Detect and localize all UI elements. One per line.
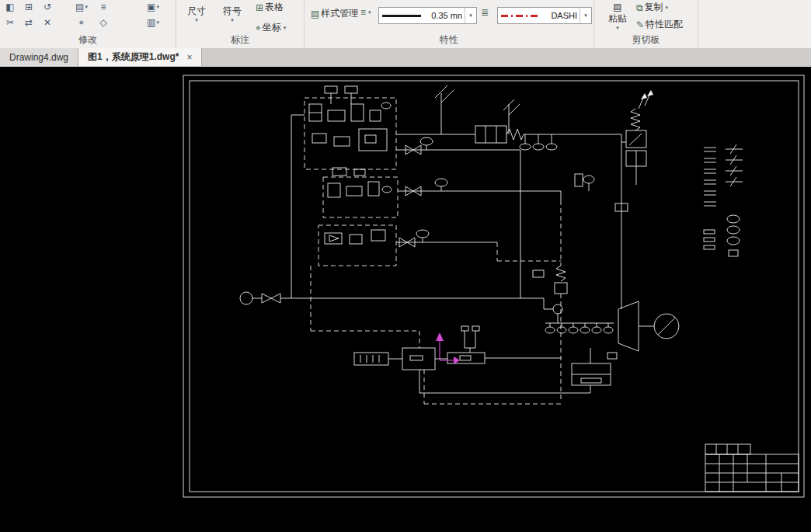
extend-icon[interactable]: ⇄ <box>20 16 37 30</box>
style-manager-button[interactable]: ▤ 样式管理 <box>311 7 358 20</box>
match-properties-label: 特性匹配 <box>646 18 683 31</box>
break-icon[interactable]: ◇ <box>95 16 112 30</box>
document-tab-bar: Drawing4.dwg 图1，系统原理1.dwg* × <box>0 48 811 68</box>
layer-tools-button[interactable]: ≡ ▾ <box>360 7 371 18</box>
solenoid-valve <box>475 126 557 150</box>
relief-valve-assembly <box>615 90 653 211</box>
tab-drawing4[interactable]: Drawing4.dwg <box>0 48 78 66</box>
group-label-annotate: 标注 <box>176 33 304 47</box>
match-properties-button[interactable]: ✎ 特性匹配 <box>636 18 683 31</box>
copy-button[interactable]: ⧉ 复制 ▾ <box>636 1 668 14</box>
chevron-down-icon[interactable]: ▾ <box>183 18 211 23</box>
pump-and-valve <box>240 292 553 309</box>
clipboard-icon: ▤ <box>613 2 621 12</box>
tab-system-schematic[interactable]: 图1，系统原理1.dwg* × <box>78 48 202 66</box>
table-icon: ⊞ <box>256 2 263 13</box>
linetype-list-icon: ≣ <box>481 7 489 18</box>
schematic-drawing <box>0 67 811 532</box>
chevron-down-icon[interactable]: ▾ <box>604 26 632 30</box>
linetype-value: DASHI <box>543 11 580 20</box>
dimension-label: 尺寸 <box>183 5 211 18</box>
symbol-label: 符号 <box>218 5 246 18</box>
linetype-select[interactable]: DASHI ▾ <box>497 7 592 24</box>
ribbon-group-clipboard: ▤ 粘贴 ▾ ⧉ 复制 ▾ ✎ 特性匹配 剪切板 <box>594 0 698 48</box>
bottom-equipment-train <box>354 326 561 370</box>
ribbon-group-properties: ▤ 样式管理 ≡ ▾ 0.35 mn ▾ ≣ DASHI ▾ 特性 <box>305 0 594 48</box>
trim-icon[interactable]: ✂ <box>2 16 19 30</box>
group-label-properties: 特性 <box>305 33 593 47</box>
paste-button[interactable]: ▤ 粘贴 ▾ <box>604 2 632 30</box>
valve-block-cluster <box>291 86 398 298</box>
lineweight-select[interactable]: 0.35 mn ▾ <box>378 7 477 24</box>
array-icon[interactable]: ⊞ <box>20 0 37 14</box>
coordinate-icon: ⌖ <box>256 23 261 33</box>
ribbon: ◧ ⊞ ↺ ▤▾ ≡ ▣▾ ✂ ⇄ ✕ ⌖ ◇ ▥▾ 修改 尺寸 ▾ 符号 ▾ … <box>0 0 811 49</box>
stretch-icon[interactable]: ▤▾ <box>73 0 90 14</box>
coordinate-button[interactable]: ⌖ 坐标 ▾ <box>256 21 286 34</box>
chevron-down-icon[interactable]: ▾ <box>218 18 246 23</box>
delete-icon[interactable]: ✕ <box>39 16 56 30</box>
tab-label: Drawing4.dwg <box>9 52 68 63</box>
symbol-button[interactable]: 符号 ▾ <box>218 5 246 23</box>
style-manager-label: 样式管理 <box>321 7 358 20</box>
dimension-button[interactable]: 尺寸 ▾ <box>183 5 211 23</box>
drawing-canvas[interactable] <box>0 67 811 532</box>
selection-highlight-arrow <box>436 332 460 364</box>
close-icon[interactable]: × <box>186 52 192 63</box>
fillet-icon[interactable]: ⌖ <box>73 16 90 30</box>
explode-icon[interactable]: ▣▾ <box>144 0 162 14</box>
paste-label: 粘贴 <box>604 12 632 26</box>
rotate-icon[interactable]: ↺ <box>39 0 56 14</box>
layers-icon: ≡ <box>360 7 366 18</box>
copy-label: 复制 <box>645 1 663 14</box>
group-label-clipboard: 剪切板 <box>594 33 698 47</box>
coordinate-label: 坐标 <box>263 21 281 34</box>
ribbon-group-modify: ◧ ⊞ ↺ ▤▾ ≡ ▣▾ ✂ ⇄ ✕ ⌖ ◇ ▥▾ 修改 <box>0 0 176 48</box>
group-label-modify: 修改 <box>0 33 176 47</box>
condenser-box <box>419 348 611 393</box>
pilot-lines-dashed <box>311 200 567 404</box>
chevron-down-icon[interactable]: ▾ <box>284 25 287 31</box>
drawing-frame <box>183 75 804 497</box>
offset-icon[interactable]: ≡ <box>95 0 112 14</box>
legend-symbols <box>704 144 743 256</box>
tab-label: 图1，系统原理1.dwg* <box>88 50 179 64</box>
lineweight-value: 0.35 mn <box>424 11 465 20</box>
brush-icon: ✎ <box>636 19 644 30</box>
chevron-down-icon[interactable]: ▾ <box>368 9 371 16</box>
lineweight-sample-icon <box>382 15 421 17</box>
scale-icon[interactable]: ▥▾ <box>144 16 162 30</box>
chevron-down-icon[interactable]: ▾ <box>465 8 476 23</box>
ribbon-group-annotate: 尺寸 ▾ 符号 ▾ ⊞ 表格 ⌖ 坐标 ▾ 标注 <box>176 0 305 48</box>
turbine-generator <box>545 301 679 359</box>
style-manager-icon: ▤ <box>311 9 319 19</box>
table-button[interactable]: ⊞ 表格 <box>256 1 284 14</box>
chevron-down-icon[interactable]: ▾ <box>580 8 591 23</box>
table-label: 表格 <box>265 1 284 14</box>
chevron-down-icon[interactable]: ▾ <box>666 5 669 11</box>
title-block <box>705 444 799 492</box>
piping-lines <box>396 85 621 309</box>
copy-icon: ⧉ <box>636 2 643 13</box>
linetype-tools-button[interactable]: ≣ <box>481 7 489 18</box>
valves-and-gauges <box>399 137 594 247</box>
linetype-sample-icon <box>501 15 540 17</box>
mirror-icon[interactable]: ◧ <box>2 0 19 14</box>
